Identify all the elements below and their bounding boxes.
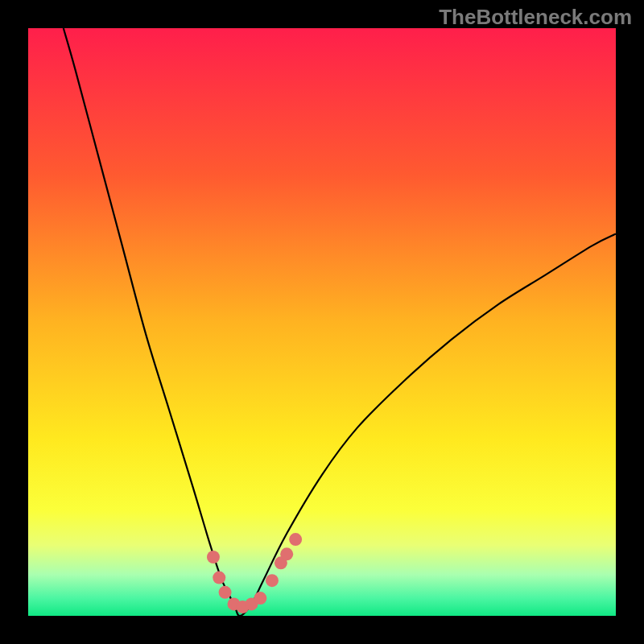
curve-marker: [213, 572, 225, 584]
chart-frame: [28, 28, 616, 616]
curve-marker: [254, 592, 266, 605]
curve-path: [64, 28, 616, 616]
curve-marker: [280, 547, 293, 560]
bottleneck-curve: [28, 28, 616, 616]
curve-markers: [207, 533, 302, 613]
curve-marker: [289, 533, 302, 546]
curve-marker: [207, 551, 220, 564]
curve-marker: [219, 586, 232, 599]
curve-marker: [266, 574, 279, 587]
watermark-text: TheBottleneck.com: [439, 5, 632, 30]
